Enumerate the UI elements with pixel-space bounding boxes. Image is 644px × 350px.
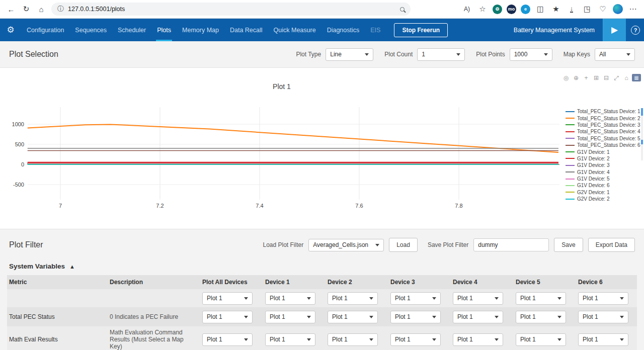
load-button[interactable]: Load bbox=[389, 238, 418, 252]
extension-badge-gear[interactable]: ⚙ bbox=[493, 5, 502, 14]
read-aloud-icon[interactable]: A) bbox=[460, 2, 474, 16]
system-variables-header[interactable]: System Variables ▲ bbox=[9, 262, 635, 270]
legend-item[interactable]: G2V Device: 2 bbox=[566, 196, 640, 202]
save-button[interactable]: Save bbox=[554, 238, 583, 252]
browser-essentials-icon[interactable]: ♡ bbox=[596, 2, 610, 16]
nav-item-sequences[interactable]: Sequences bbox=[69, 19, 112, 41]
legend-label: Total_PEC_Status Device: 2 bbox=[577, 116, 640, 121]
plot-select[interactable]: Plot 1 bbox=[265, 292, 315, 305]
svg-text:500: 500 bbox=[15, 141, 24, 147]
favorites-bar-icon[interactable]: ★ bbox=[549, 2, 563, 16]
stop-freerun-button[interactable]: Stop Freerun bbox=[394, 23, 448, 37]
control-label: Plot Type bbox=[296, 51, 321, 58]
line-chart[interactable]: -5000500100077.27.47.67.8 bbox=[0, 68, 644, 229]
plot-select[interactable]: Plot 1 bbox=[516, 333, 566, 346]
extension-badge-mo[interactable]: mo bbox=[507, 5, 516, 14]
system-variables-table: MetricDescriptionPlot All DevicesDevice … bbox=[7, 275, 637, 350]
plot-select[interactable]: Plot 1 bbox=[453, 292, 503, 305]
legend-item[interactable]: Total_PEC_Status Device: 1 bbox=[566, 108, 640, 115]
favorite-star-icon[interactable]: ☆ bbox=[475, 2, 490, 16]
plot-select[interactable]: Plot 1 bbox=[202, 333, 253, 346]
plot-filter-section: Plot Filter Load Plot Filter Averaged_Ce… bbox=[0, 229, 644, 350]
url-text[interactable]: 127.0.0.1:5001/plots bbox=[68, 6, 396, 13]
browser-profile-icon[interactable] bbox=[613, 4, 623, 14]
plot-points-select[interactable]: 1000 bbox=[510, 48, 552, 61]
site-info-icon[interactable]: ⓘ bbox=[57, 5, 64, 14]
legend-item[interactable]: G1V Device: 5 bbox=[566, 176, 640, 182]
control-label: Map Keys bbox=[564, 51, 590, 58]
select-value: Plot 1 bbox=[332, 295, 348, 302]
legend-item[interactable]: G1V Device: 4 bbox=[566, 169, 640, 176]
svg-text:-500: -500 bbox=[13, 182, 24, 188]
plot-select[interactable]: Plot 1 bbox=[453, 333, 503, 346]
svg-text:7.8: 7.8 bbox=[455, 203, 462, 209]
chart-legend: Total_PEC_Status Device: 1Total_PEC_Stat… bbox=[566, 108, 640, 202]
app-navbar: ⚙ ConfigurationSequencesSchedulerPlotsMe… bbox=[0, 19, 644, 41]
plot-select[interactable]: Plot 1 bbox=[202, 292, 253, 305]
legend-scrollbar-thumb[interactable] bbox=[641, 140, 643, 144]
collapse-icon[interactable]: ▲ bbox=[69, 264, 75, 270]
settings-gear-icon[interactable]: ⚙ bbox=[0, 19, 21, 41]
nav-item-data-recall[interactable]: Data Recall bbox=[224, 19, 268, 41]
nav-item-memory-map[interactable]: Memory Map bbox=[177, 19, 224, 41]
nav-item-scheduler[interactable]: Scheduler bbox=[112, 19, 151, 41]
plot-select[interactable]: Plot 1 bbox=[516, 311, 566, 323]
zoom-page-icon[interactable] bbox=[400, 7, 405, 12]
nav-item-diagnostics[interactable]: Diagnostics bbox=[321, 19, 365, 41]
column-header: Device 2 bbox=[326, 276, 388, 288]
legend-swatch bbox=[566, 151, 575, 152]
svg-text:7.6: 7.6 bbox=[355, 203, 363, 209]
map-keys-select[interactable]: All bbox=[595, 48, 635, 61]
plot-select[interactable]: Plot 1 bbox=[453, 311, 503, 323]
legend-item[interactable]: Total_PEC_Status Device: 5 bbox=[566, 135, 640, 142]
legend-item[interactable]: G1V Device: 3 bbox=[566, 162, 640, 168]
plot-select[interactable]: Plot 1 bbox=[390, 292, 441, 305]
plot-select[interactable]: Plot 1 bbox=[390, 311, 441, 323]
play-button[interactable]: ▶ bbox=[603, 19, 626, 41]
plot-select[interactable]: Plot 1 bbox=[265, 333, 315, 346]
address-bar[interactable]: ⓘ 127.0.0.1:5001/plots bbox=[51, 3, 411, 16]
plot-select-cell: Plot 1 bbox=[388, 331, 451, 348]
legend-item[interactable]: Total_PEC_Status Device: 2 bbox=[566, 115, 640, 121]
plot-select[interactable]: Plot 1 bbox=[328, 292, 378, 305]
plot-count-select[interactable]: 1 bbox=[417, 48, 465, 61]
legend-item[interactable]: G1V Device: 2 bbox=[566, 155, 640, 162]
back-icon[interactable]: ← bbox=[4, 2, 18, 16]
refresh-icon[interactable]: ↻ bbox=[19, 2, 33, 16]
legend-item[interactable]: G2V Device: 1 bbox=[566, 189, 640, 196]
legend-scrollbar[interactable] bbox=[641, 108, 643, 160]
plot-select[interactable]: Plot 1 bbox=[390, 333, 441, 346]
load-plot-filter-select[interactable]: Averaged_Cells.json bbox=[308, 239, 384, 251]
export-data-button[interactable]: Export Data bbox=[588, 238, 635, 252]
more-menu-icon[interactable]: ⋯ bbox=[626, 2, 640, 16]
plot-select[interactable]: Plot 1 bbox=[578, 311, 628, 323]
home-icon[interactable]: ⌂ bbox=[34, 2, 48, 16]
legend-item[interactable]: G1V Device: 1 bbox=[566, 148, 640, 155]
plot-select[interactable]: Plot 1 bbox=[578, 333, 628, 346]
plot-select[interactable]: Plot 1 bbox=[578, 292, 628, 305]
split-screen-icon[interactable]: ◫ bbox=[533, 2, 547, 16]
legend-item[interactable]: G1V Device: 6 bbox=[566, 182, 640, 189]
help-button[interactable]: ? bbox=[631, 26, 640, 35]
nav-item-plots[interactable]: Plots bbox=[151, 19, 177, 41]
legend-item[interactable]: Total_PEC_Status Device: 4 bbox=[566, 128, 640, 135]
plot-select[interactable]: Plot 1 bbox=[516, 292, 566, 305]
select-value: Plot 1 bbox=[395, 336, 411, 343]
select-value: Plot 1 bbox=[332, 313, 348, 320]
legend-scrollbar-thumb[interactable] bbox=[641, 108, 643, 116]
downloads-icon[interactable]: ↓ bbox=[565, 2, 579, 16]
legend-item[interactable]: Total_PEC_Status Device: 3 bbox=[566, 122, 640, 128]
plot-select[interactable]: Plot 1 bbox=[328, 311, 378, 323]
legend-item[interactable]: Total_PEC_Status Device: 6 bbox=[566, 142, 640, 148]
plot-select[interactable]: Plot 1 bbox=[265, 311, 315, 323]
plot-select[interactable]: Plot 1 bbox=[328, 333, 378, 346]
extension-badge-e[interactable]: e bbox=[521, 5, 530, 14]
plot-select[interactable]: Plot 1 bbox=[202, 311, 253, 323]
extensions-icon[interactable]: ◳ bbox=[580, 2, 594, 16]
save-plot-filter-input[interactable] bbox=[473, 238, 549, 251]
plot-type-select[interactable]: Line bbox=[326, 48, 373, 61]
legend-swatch bbox=[566, 179, 575, 180]
nav-item-configuration[interactable]: Configuration bbox=[21, 19, 69, 41]
nav-item-quick-measure[interactable]: Quick Measure bbox=[268, 19, 321, 41]
nav-item-eis[interactable]: EIS bbox=[365, 19, 386, 41]
